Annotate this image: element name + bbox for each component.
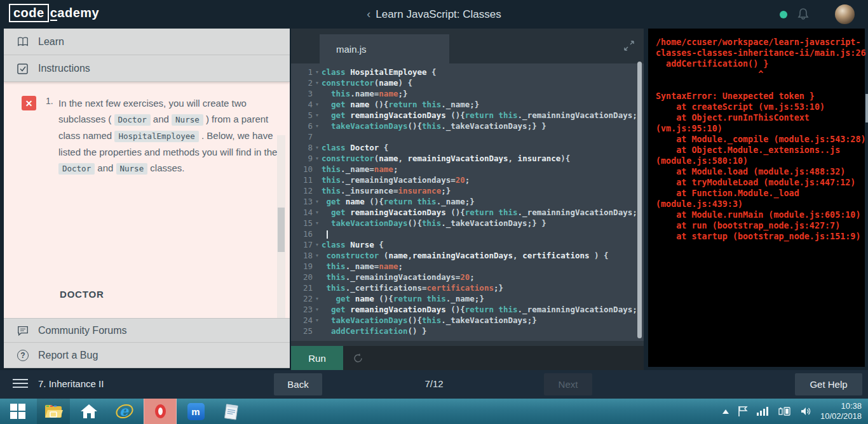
code-line[interactable]: 2▾constructor(name) {	[291, 77, 644, 88]
code-line[interactable]: 12this._insurance=insurance;}	[291, 185, 644, 196]
code-line[interactable]: 6▾ takeVacationDays(){this._takeVacation…	[291, 121, 644, 131]
file-explorer-button[interactable]	[37, 399, 70, 424]
code-line[interactable]: 5▾ get remaningVacationDays (){return th…	[291, 110, 644, 121]
online-status-dot	[780, 11, 787, 18]
start-button[interactable]	[1, 399, 34, 424]
fold-arrow-icon[interactable]: ▾	[313, 196, 322, 207]
notifications-bell-icon[interactable]	[796, 7, 810, 21]
get-help-button[interactable]: Get Help	[795, 373, 862, 395]
fold-arrow-icon[interactable]: ▾	[313, 304, 322, 315]
sidebar-learn-label: Learn	[38, 36, 64, 48]
battery-icon[interactable]	[778, 406, 791, 416]
action-center-flag-icon[interactable]	[738, 406, 748, 417]
instructions-panel[interactable]: ✕ 1. In the next few exercises, you will…	[4, 82, 290, 318]
dismiss-x-button[interactable]: ✕	[22, 96, 36, 110]
code-line[interactable]: 8▾class Doctor {	[291, 142, 644, 153]
windows-taskbar: e m 10:38 10/02/2018	[0, 399, 868, 424]
code-line[interactable]: 4▾ get name (){return this._name;}	[291, 99, 644, 110]
fold-arrow-icon[interactable]: ▾	[313, 315, 322, 326]
code-line[interactable]: 14▾ get remaningVacationDays (){return t…	[291, 207, 644, 218]
fold-arrow-icon[interactable]: ▾	[313, 218, 322, 229]
fold-arrow-icon[interactable]: ▾	[313, 77, 322, 88]
editor-horizontal-scroll-track[interactable]	[291, 341, 644, 346]
doctor-heading: DOCTOR	[60, 289, 104, 300]
next-button[interactable]: Next	[544, 373, 592, 395]
code-line[interactable]: 22▾ get name (){return this._name;}	[291, 293, 644, 304]
fold-gutter	[313, 185, 322, 196]
fold-arrow-icon[interactable]: ▾	[313, 110, 322, 121]
console-line: (vm.js:95:10)	[656, 123, 865, 134]
sidebar-scrollbar-track[interactable]	[277, 135, 285, 318]
home-button[interactable]	[72, 399, 105, 424]
fold-arrow-icon[interactable]: ▾	[313, 142, 322, 153]
opera-browser-button[interactable]	[144, 399, 177, 424]
console-line: addCertification() }	[656, 58, 865, 69]
sidebar-item-learn[interactable]: Learn	[4, 29, 290, 55]
step-number: 1.	[46, 96, 53, 106]
code-line[interactable]: 21 this._certifications=certifications;}	[291, 282, 644, 293]
code-line[interactable]: 17▾class Nurse {	[291, 239, 644, 250]
expand-editor-icon[interactable]	[623, 40, 635, 51]
fold-gutter	[313, 88, 322, 99]
output-console[interactable]: /home/ccuser/workspace/learn-javascript-…	[648, 29, 865, 367]
fold-arrow-icon[interactable]: ▾	[313, 293, 322, 304]
reset-code-icon[interactable]	[352, 352, 364, 364]
volume-icon[interactable]	[800, 406, 811, 416]
console-line: /home/ccuser/workspace/learn-javascript-	[656, 37, 865, 48]
code-line[interactable]: 13▾ get name (){return this._name;}	[291, 196, 644, 207]
lesson-sidebar: Learn Instructions ✕ 1. In the next few …	[4, 29, 290, 368]
console-line: at Module.runMain (module.js:605:10)	[656, 209, 865, 220]
code-line[interactable]: 7	[291, 131, 644, 142]
folder-icon	[44, 404, 63, 419]
user-avatar[interactable]	[835, 4, 855, 24]
code-line[interactable]: 15▾ takeVacationDays(){this._takeVacatio…	[291, 218, 644, 229]
code-line[interactable]: 9▾constructor(name, remainingVacationDay…	[291, 153, 644, 164]
console-line: SyntaxError: Unexpected token }	[656, 91, 865, 102]
sidebar-item-community-forums[interactable]: Community Forums	[4, 318, 290, 343]
internet-explorer-button[interactable]: e	[108, 399, 141, 424]
ie-icon: e	[115, 402, 134, 420]
code-line[interactable]: 23▾ get remaningVacationDays (){return t…	[291, 304, 644, 315]
fold-arrow-icon[interactable]: ▾	[313, 250, 322, 261]
code-line[interactable]: 18▾ constructor (name,remainingVacationD…	[291, 250, 644, 261]
taskbar-clock[interactable]: 10:38 10/02/2018	[820, 401, 862, 421]
maxthon-browser-button[interactable]: m	[179, 399, 212, 424]
fold-arrow-icon[interactable]: ▾	[313, 99, 322, 110]
code-line[interactable]: 16	[291, 229, 644, 239]
page-scrollbar-fragment[interactable]	[865, 94, 868, 123]
fold-arrow-icon[interactable]: ▾	[313, 153, 322, 164]
tab-main-js[interactable]: main.js	[320, 34, 449, 63]
console-line: at startup (bootstrap_node.js:151:9)	[656, 231, 865, 242]
code-line[interactable]: 25 addCertification() }	[291, 326, 644, 336]
clock-date: 10/02/2018	[820, 411, 862, 421]
notepad-button[interactable]	[215, 399, 248, 424]
fold-arrow-icon[interactable]: ▾	[313, 121, 322, 131]
fold-arrow-icon[interactable]: ▾	[313, 239, 322, 250]
fold-gutter	[313, 282, 322, 293]
code-line[interactable]: 19 this._name=name;	[291, 261, 644, 272]
text-cursor	[327, 230, 328, 239]
code-line[interactable]: 20 this._remainingVacationdays=20;	[291, 272, 644, 282]
sidebar-item-instructions[interactable]: Instructions	[4, 55, 290, 82]
code-line[interactable]: 3 this.name=name;}	[291, 88, 644, 99]
sidebar-item-report-bug[interactable]: ? Report a Bug	[4, 343, 290, 368]
code-editing-area[interactable]: 1▾class HospitalEmployee {2▾constructor(…	[291, 63, 644, 341]
top-navigation-bar: codecademy ‹Learn JavaScript: Classes	[0, 0, 868, 29]
code-line[interactable]: 11this._remainingVacationdays=20;	[291, 175, 644, 185]
fold-arrow-icon[interactable]: ▾	[313, 207, 322, 218]
editor-scrollbar-thumb[interactable]	[637, 62, 642, 338]
course-title[interactable]: ‹Learn JavaScript: Classes	[0, 8, 868, 21]
fold-arrow-icon[interactable]: ▾	[313, 67, 322, 77]
code-line[interactable]: 10this._name=name;	[291, 164, 644, 175]
run-button[interactable]: Run	[291, 346, 343, 370]
code-line[interactable]: 24▾ takeVacationDays(){this._takeVacatio…	[291, 315, 644, 326]
code-line[interactable]: 1▾class HospitalEmployee {	[291, 67, 644, 77]
network-signal-icon[interactable]	[757, 407, 770, 416]
hidden-icons-arrow[interactable]	[722, 409, 729, 414]
progress-indicator: 7/12	[0, 378, 868, 389]
back-chevron-icon[interactable]: ‹	[367, 8, 370, 20]
notepad-icon	[223, 402, 240, 420]
book-icon	[17, 36, 29, 48]
sidebar-scrollbar-thumb[interactable]	[278, 208, 285, 252]
editor-tab-bar: main.js	[291, 29, 644, 63]
